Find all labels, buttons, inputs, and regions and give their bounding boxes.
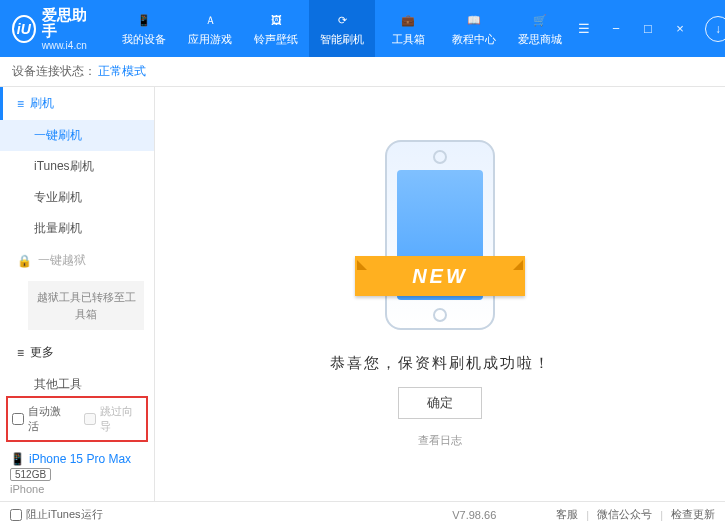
phone-icon: 📱: [10, 452, 25, 466]
jailbreak-note: 越狱工具已转移至工具箱: [28, 281, 144, 330]
nav-flash[interactable]: ⟳智能刷机: [309, 0, 375, 57]
nav-toolbox[interactable]: 💼工具箱: [375, 0, 441, 57]
list-icon: ≡: [17, 346, 24, 360]
sidebar-item-batch[interactable]: 批量刷机: [0, 213, 154, 244]
block-itunes-checkbox[interactable]: 阻止iTunes运行: [10, 507, 103, 522]
sidebar-group-more[interactable]: ≡更多: [0, 336, 154, 369]
version-label: V7.98.66: [452, 509, 496, 521]
list-icon: ≡: [17, 97, 24, 111]
toolbox-icon: 💼: [398, 10, 418, 30]
app-title: 爱思助手: [42, 7, 91, 40]
view-log-link[interactable]: 查看日志: [418, 433, 462, 448]
nav-tutorials[interactable]: 📖教程中心: [441, 0, 507, 57]
nav-apps[interactable]: Ａ应用游戏: [177, 0, 243, 57]
book-icon: 📖: [464, 10, 484, 30]
device-info: 📱iPhone 15 Pro Max 512GB iPhone: [0, 448, 154, 501]
status-value: 正常模式: [98, 63, 146, 80]
status-label: 设备连接状态：: [12, 63, 96, 80]
app-logo: iU 爱思助手 www.i4.cn: [12, 7, 91, 51]
skip-guide-checkbox[interactable]: 跳过向导: [84, 404, 142, 434]
app-icon: Ａ: [200, 10, 220, 30]
sidebar-item-oneclick[interactable]: 一键刷机: [0, 120, 154, 151]
sidebar-item-pro[interactable]: 专业刷机: [0, 182, 154, 213]
wechat-link[interactable]: 微信公众号: [597, 507, 652, 522]
menu-icon[interactable]: ☰: [573, 18, 595, 40]
sidebar-group-flash[interactable]: ≡刷机: [0, 87, 154, 120]
sidebar-item-itunes[interactable]: iTunes刷机: [0, 151, 154, 182]
app-url: www.i4.cn: [42, 40, 91, 51]
device-name[interactable]: 📱iPhone 15 Pro Max: [10, 452, 144, 466]
nav-ringtones[interactable]: 🖼铃声壁纸: [243, 0, 309, 57]
sidebar: ≡刷机 一键刷机 iTunes刷机 专业刷机 批量刷机 🔒一键越狱 越狱工具已转…: [0, 87, 155, 501]
device-type: iPhone: [10, 483, 144, 495]
new-ribbon: NEW: [355, 256, 525, 296]
support-link[interactable]: 客服: [556, 507, 578, 522]
refresh-icon: ⟳: [332, 10, 352, 30]
close-button[interactable]: ×: [669, 18, 691, 40]
auto-activate-checkbox[interactable]: 自动激活: [12, 404, 70, 434]
nav-my-device[interactable]: 📱我的设备: [111, 0, 177, 57]
ok-button[interactable]: 确定: [398, 387, 482, 419]
sidebar-group-jailbreak: 🔒一键越狱: [0, 244, 154, 277]
lock-icon: 🔒: [17, 254, 32, 268]
success-illustration: NEW: [365, 140, 515, 340]
cart-icon: 🛒: [530, 10, 550, 30]
top-nav: 📱我的设备 Ａ应用游戏 🖼铃声壁纸 ⟳智能刷机 💼工具箱 📖教程中心 🛒爱思商城: [111, 0, 573, 57]
options-highlight: 自动激活 跳过向导: [6, 396, 148, 442]
minimize-button[interactable]: −: [605, 18, 627, 40]
app-header: iU 爱思助手 www.i4.cn 📱我的设备 Ａ应用游戏 🖼铃声壁纸 ⟳智能刷…: [0, 0, 725, 57]
sidebar-item-other[interactable]: 其他工具: [0, 369, 154, 394]
main-content: NEW 恭喜您，保资料刷机成功啦！ 确定 查看日志: [155, 87, 725, 501]
device-storage: 512GB: [10, 468, 51, 481]
nav-store[interactable]: 🛒爱思商城: [507, 0, 573, 57]
status-bar: 设备连接状态： 正常模式: [0, 57, 725, 87]
download-icon[interactable]: ↓: [705, 16, 725, 42]
window-controls: ☰ − □ × ↓ ◯: [573, 16, 725, 42]
image-icon: 🖼: [266, 10, 286, 30]
footer: 阻止iTunes运行 V7.98.66 客服| 微信公众号| 检查更新: [0, 501, 725, 527]
maximize-button[interactable]: □: [637, 18, 659, 40]
update-link[interactable]: 检查更新: [671, 507, 715, 522]
logo-icon: iU: [12, 15, 36, 43]
success-message: 恭喜您，保资料刷机成功啦！: [330, 354, 551, 373]
phone-icon: 📱: [134, 10, 154, 30]
